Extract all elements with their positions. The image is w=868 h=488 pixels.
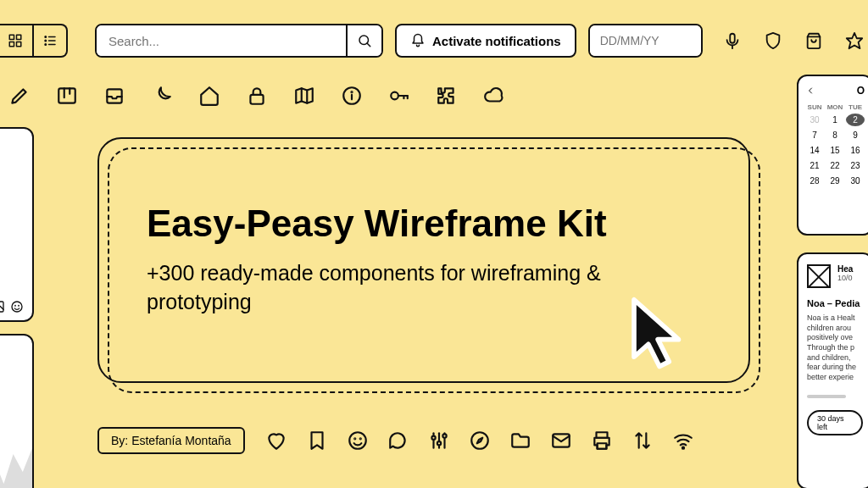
svg-rect-0 <box>9 35 14 39</box>
side-panel-chart <box>0 334 34 488</box>
widget-title: Noa – Pedia <box>807 298 863 308</box>
calendar-day[interactable]: 30 <box>805 114 824 126</box>
notif-label: Activate notifications <box>432 34 561 48</box>
home-icon[interactable] <box>198 85 220 107</box>
widget-body: Noa is a Healt children arou positively … <box>807 313 863 383</box>
svg-point-43 <box>437 441 440 445</box>
days-left-pill: 30 days left <box>807 410 863 435</box>
print-icon[interactable] <box>591 430 613 452</box>
svg-point-37 <box>349 432 366 449</box>
svg-point-51 <box>682 447 684 449</box>
puzzle-icon[interactable] <box>436 85 458 107</box>
svg-rect-1 <box>17 35 21 39</box>
sort-icon[interactable] <box>632 430 654 452</box>
calendar-day[interactable]: 1 <box>826 114 844 126</box>
calendar-day-header: SUN <box>805 103 824 111</box>
key-icon[interactable] <box>388 85 410 107</box>
mail-icon[interactable] <box>550 430 572 452</box>
svg-point-4 <box>45 36 47 38</box>
svg-point-5 <box>45 40 47 42</box>
side-panel-card <box>0 127 34 322</box>
svg-marker-47 <box>476 438 482 444</box>
calendar-widget[interactable]: O SUNMONTUE3012789141516212223282930 <box>797 75 868 236</box>
map-icon[interactable] <box>293 85 315 107</box>
calendar-day[interactable]: 22 <box>826 159 844 172</box>
chevron-left-icon[interactable] <box>805 86 815 96</box>
chat-icon[interactable] <box>387 430 409 452</box>
hero-title: Easy-Peasy Wireframe Kit <box>147 203 701 244</box>
mic-icon[interactable] <box>723 31 742 50</box>
compass-icon[interactable] <box>469 430 491 452</box>
calendar-day[interactable]: 14 <box>805 144 824 157</box>
hero-subtitle: +300 ready-made components for wireframi… <box>147 259 621 317</box>
sliders-icon[interactable] <box>428 430 450 452</box>
svg-point-34 <box>12 302 22 312</box>
svg-point-41 <box>431 436 435 440</box>
lock-icon[interactable] <box>246 85 268 107</box>
activate-notifications-button[interactable]: Activate notifications <box>395 24 576 58</box>
search-button[interactable] <box>346 25 381 56</box>
star-icon[interactable] <box>845 31 864 50</box>
article-widget[interactable]: Hea 10/0 Noa – Pedia Noa is a Healt chil… <box>797 252 868 488</box>
moon-icon[interactable] <box>151 85 173 107</box>
image-icon[interactable] <box>0 300 5 313</box>
calendar-day[interactable]: 28 <box>805 175 824 187</box>
svg-rect-22 <box>250 95 263 104</box>
svg-point-38 <box>354 438 355 439</box>
author-pill[interactable]: By: Estefanía Montaña <box>97 427 245 454</box>
emoji-icon[interactable] <box>10 300 24 313</box>
svg-point-45 <box>442 434 446 437</box>
calendar-day[interactable]: 9 <box>846 129 865 141</box>
bell-icon <box>410 33 426 48</box>
svg-point-46 <box>471 432 488 449</box>
grid-view-button[interactable] <box>0 25 32 56</box>
folder-icon[interactable] <box>509 430 531 452</box>
bottom-icon-row <box>265 430 694 452</box>
widget-heading: Hea <box>837 264 853 274</box>
heart-icon[interactable] <box>265 430 287 452</box>
view-toggle[interactable] <box>0 24 68 58</box>
cloud-icon[interactable] <box>483 85 505 107</box>
shopping-bag-icon[interactable] <box>804 31 823 50</box>
date-input-group[interactable] <box>588 24 703 58</box>
calendar-day[interactable]: 23 <box>846 159 865 172</box>
svg-point-28 <box>391 92 398 100</box>
bookmark-icon[interactable] <box>306 430 328 452</box>
smile-icon[interactable] <box>347 430 369 452</box>
icon-toolbar <box>0 58 868 107</box>
calendar-day[interactable]: 21 <box>805 159 824 172</box>
calendar-month: O <box>857 85 865 97</box>
calendar-day[interactable]: 29 <box>826 175 844 187</box>
area-chart-icon <box>0 442 32 488</box>
date-input[interactable] <box>590 25 703 56</box>
svg-point-27 <box>351 92 352 92</box>
svg-point-39 <box>359 438 360 439</box>
search-input[interactable] <box>97 25 346 56</box>
svg-point-6 <box>45 44 47 46</box>
list-view-button[interactable] <box>32 25 66 56</box>
calendar-day[interactable]: 8 <box>826 129 844 141</box>
widget-date: 10/0 <box>837 274 853 282</box>
progress-bar <box>807 395 846 398</box>
info-icon[interactable] <box>341 85 363 107</box>
search-box[interactable] <box>95 24 383 58</box>
calendar-day-header: TUE <box>846 103 865 111</box>
svg-point-35 <box>15 305 16 306</box>
svg-marker-18 <box>847 33 862 48</box>
svg-point-36 <box>19 305 19 306</box>
svg-rect-2 <box>9 42 14 47</box>
wifi-icon[interactable] <box>672 430 694 452</box>
byline-prefix: By: <box>111 434 128 447</box>
calendar-day[interactable]: 16 <box>846 144 865 157</box>
edit-icon[interactable] <box>8 85 31 107</box>
kanban-icon[interactable] <box>56 85 78 107</box>
calendar-day[interactable]: 30 <box>846 175 865 187</box>
calendar-day[interactable]: 2 <box>846 114 865 126</box>
byline-author: Estefanía Montaña <box>131 434 231 447</box>
calendar-day[interactable]: 15 <box>826 144 844 157</box>
svg-rect-19 <box>58 88 75 103</box>
svg-rect-16 <box>730 34 735 43</box>
inbox-icon[interactable] <box>103 85 125 107</box>
calendar-day[interactable]: 7 <box>805 129 824 141</box>
shield-icon[interactable] <box>764 31 782 50</box>
